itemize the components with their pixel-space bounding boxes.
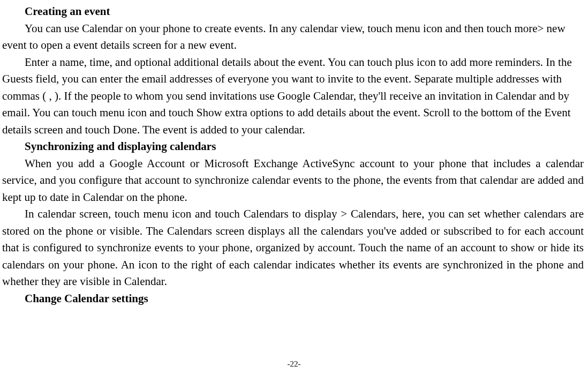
heading-change-settings: Change Calendar settings bbox=[2, 290, 584, 308]
page-number: -22- bbox=[0, 358, 588, 370]
heading-creating-event: Creating an event bbox=[2, 3, 584, 20]
heading-sync-calendars: Synchronizing and displaying calendars bbox=[2, 138, 584, 155]
paragraph: You can use Calendar on your phone to cr… bbox=[2, 20, 584, 54]
document-page: Creating an event You can use Calendar o… bbox=[2, 3, 584, 307]
paragraph: When you add a Google Account or Microso… bbox=[2, 155, 584, 206]
paragraph: Enter a name, time, and optional additio… bbox=[2, 54, 584, 139]
paragraph: In calendar screen, touch menu icon and … bbox=[2, 206, 584, 290]
